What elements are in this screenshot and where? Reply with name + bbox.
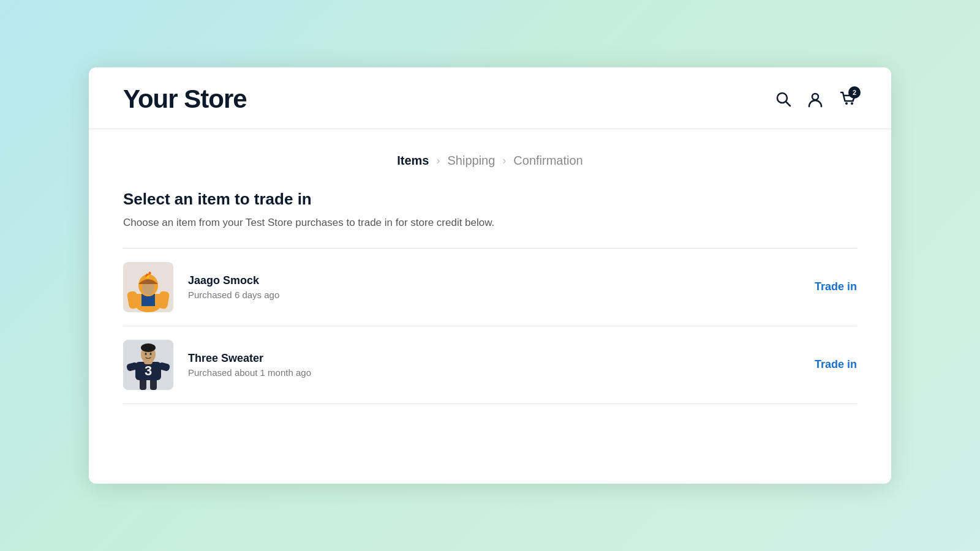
store-title: Your Store	[123, 84, 247, 114]
account-button[interactable]	[807, 91, 824, 108]
step-confirmation: Confirmation	[513, 154, 582, 168]
svg-text:3: 3	[145, 363, 152, 378]
chevron-1-icon: ›	[437, 154, 440, 167]
svg-point-22	[141, 343, 156, 352]
item-2-name: Three Sweater	[188, 352, 815, 365]
svg-point-24	[150, 353, 152, 355]
svg-point-4	[851, 102, 853, 105]
item-1-date: Purchased 6 days ago	[188, 290, 815, 300]
item-1-name: Jaago Smock	[188, 274, 815, 287]
cart-button[interactable]: 2	[839, 90, 857, 108]
cart-badge: 2	[848, 86, 861, 99]
item-2-date: Purchased about 1 month ago	[188, 367, 815, 378]
account-icon	[807, 91, 824, 108]
item-row-1: Jaago Smock Purchased 6 days ago Trade i…	[123, 249, 857, 326]
item-2-thumbnail: 3	[123, 340, 173, 390]
svg-point-0	[777, 93, 787, 103]
item-2-info: Three Sweater Purchased about 1 month ag…	[188, 352, 815, 378]
step-shipping: Shipping	[448, 154, 496, 168]
svg-point-2	[812, 94, 818, 100]
page-subheading: Choose an item from your Test Store purc…	[123, 215, 857, 231]
svg-point-23	[145, 353, 147, 355]
three-sweater-image: 3	[123, 340, 173, 390]
svg-line-1	[786, 102, 791, 107]
item-2-trade-button[interactable]: Trade in	[815, 356, 857, 373]
main-content: Items › Shipping › Confirmation Select a…	[89, 129, 891, 441]
steps-breadcrumb: Items › Shipping › Confirmation	[123, 154, 857, 168]
header: Your Store	[89, 67, 891, 129]
svg-point-3	[845, 102, 848, 105]
item-1-trade-button[interactable]: Trade in	[815, 278, 857, 296]
header-icons: 2	[775, 90, 857, 108]
chevron-2-icon: ›	[502, 154, 506, 167]
jaago-smock-image	[123, 262, 173, 312]
store-window: Your Store	[89, 67, 891, 484]
search-button[interactable]	[775, 91, 792, 108]
item-row-2: 3 Three Sweater Pu	[123, 326, 857, 404]
step-items: Items	[397, 154, 429, 168]
page-heading: Select an item to trade in	[123, 190, 857, 209]
search-icon	[775, 91, 792, 108]
item-1-thumbnail	[123, 262, 173, 312]
item-1-info: Jaago Smock Purchased 6 days ago	[188, 274, 815, 300]
